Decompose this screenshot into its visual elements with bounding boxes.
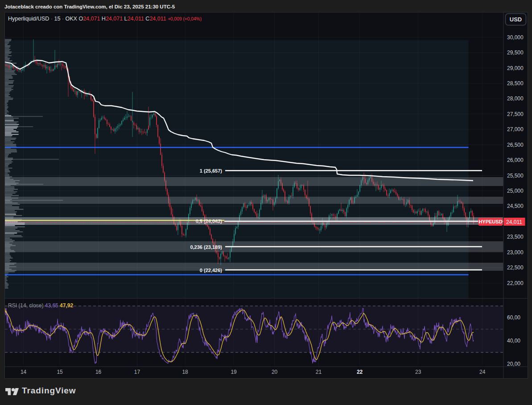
svg-text:23: 23 bbox=[415, 369, 421, 375]
svg-text:21: 21 bbox=[316, 369, 322, 375]
svg-text:26,000: 26,000 bbox=[507, 157, 524, 163]
svg-text:28,000: 28,000 bbox=[507, 95, 524, 102]
svg-text:24,011: 24,011 bbox=[506, 219, 522, 225]
svg-text:25,500: 25,500 bbox=[507, 173, 524, 179]
svg-text:0 (22,426): 0 (22,426) bbox=[200, 268, 222, 273]
svg-text:HYPEUSD: HYPEUSD bbox=[478, 219, 502, 224]
svg-text:30,000: 30,000 bbox=[507, 34, 524, 41]
svg-text:RSI (14, close) 43,65 47,92: RSI (14, close) 43,65 47,92 bbox=[8, 302, 73, 309]
svg-text:23,000: 23,000 bbox=[507, 249, 524, 256]
svg-text:27,000: 27,000 bbox=[507, 126, 524, 132]
svg-text:29,000: 29,000 bbox=[507, 65, 524, 71]
svg-text:20,00: 20,00 bbox=[507, 361, 520, 367]
svg-text:27,500: 27,500 bbox=[507, 111, 524, 117]
svg-text:24: 24 bbox=[479, 369, 486, 375]
svg-text:26,500: 26,500 bbox=[507, 142, 524, 148]
svg-text:24,500: 24,500 bbox=[507, 203, 524, 209]
svg-text:18: 18 bbox=[182, 369, 188, 375]
svg-text:22,500: 22,500 bbox=[507, 264, 524, 271]
svg-text:14: 14 bbox=[21, 369, 27, 375]
svg-text:60,00: 60,00 bbox=[507, 314, 520, 321]
svg-text:22: 22 bbox=[357, 369, 363, 375]
svg-text:19: 19 bbox=[231, 369, 237, 375]
svg-text:22,000: 22,000 bbox=[507, 280, 524, 286]
svg-text:Hyperliquid/USD · 15 · OKX O2: Hyperliquid/USD · 15 · OKX O24,071 H24,0… bbox=[8, 16, 202, 22]
svg-text:15: 15 bbox=[57, 369, 63, 375]
svg-text:29,500: 29,500 bbox=[507, 50, 524, 56]
svg-text:20: 20 bbox=[272, 369, 278, 375]
svg-text:0,5 (24,042): 0,5 (24,042) bbox=[196, 219, 223, 224]
svg-text:25,000: 25,000 bbox=[507, 188, 524, 194]
svg-text:17: 17 bbox=[134, 369, 140, 375]
svg-text:23,500: 23,500 bbox=[507, 234, 524, 240]
svg-text:0,236 (23,189): 0,236 (23,189) bbox=[190, 244, 222, 250]
svg-text:USD: USD bbox=[510, 16, 522, 23]
svg-text:16: 16 bbox=[95, 369, 102, 375]
svg-text:1 (25,657): 1 (25,657) bbox=[200, 168, 222, 174]
svg-text:28,500: 28,500 bbox=[507, 80, 524, 87]
svg-text:40,00: 40,00 bbox=[507, 338, 520, 344]
